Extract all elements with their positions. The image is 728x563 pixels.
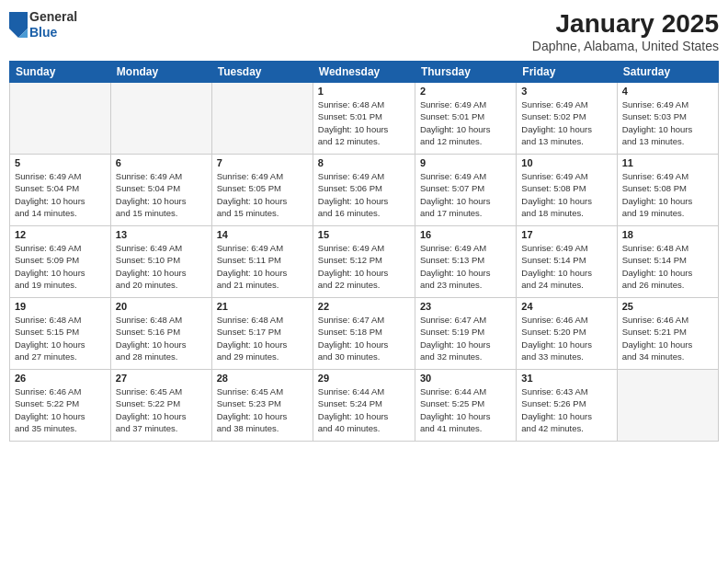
day-info-line: and 30 minutes. <box>318 351 381 362</box>
day-info-line: Sunset: 5:22 PM <box>15 398 79 408</box>
week-row: 19Sunrise: 6:48 AMSunset: 5:15 PMDayligh… <box>10 298 719 370</box>
day-info-line: Sunrise: 6:49 AM <box>318 171 384 181</box>
calendar-cell: 27Sunrise: 6:45 AMSunset: 5:22 PMDayligh… <box>110 370 211 442</box>
day-info-line: Sunrise: 6:49 AM <box>420 171 486 181</box>
day-info-line: and 15 minutes. <box>116 208 178 218</box>
day-info-line: Sunrise: 6:49 AM <box>521 243 587 253</box>
day-info: Sunrise: 6:49 AMSunset: 5:10 PMDaylight:… <box>116 242 207 291</box>
calendar-cell: 21Sunrise: 6:48 AMSunset: 5:17 PMDayligh… <box>211 298 313 370</box>
day-info-line: Sunrise: 6:44 AM <box>318 386 384 396</box>
day-number: 10 <box>521 157 611 168</box>
day-info-line: Sunset: 5:18 PM <box>318 327 382 337</box>
calendar-cell: 2Sunrise: 6:49 AMSunset: 5:01 PMDaylight… <box>415 83 516 155</box>
calendar-cell: 19Sunrise: 6:48 AMSunset: 5:15 PMDayligh… <box>10 298 111 370</box>
day-info-line: Daylight: 10 hours <box>116 339 187 350</box>
day-number: 12 <box>15 229 106 240</box>
day-info-line: Sunset: 5:17 PM <box>217 327 281 337</box>
day-info-line: Daylight: 10 hours <box>318 268 389 278</box>
day-number: 24 <box>521 301 611 312</box>
day-info-line: and 32 minutes. <box>420 351 483 362</box>
day-info-line: Sunrise: 6:49 AM <box>622 171 688 181</box>
day-info-line: and 41 minutes. <box>420 423 483 433</box>
day-info: Sunrise: 6:49 AMSunset: 5:12 PMDaylight:… <box>318 242 410 291</box>
day-info-line: Daylight: 10 hours <box>318 411 389 421</box>
day-info-line: Sunset: 5:14 PM <box>622 255 687 265</box>
day-info-line: and 33 minutes. <box>521 351 584 362</box>
day-info-line: Sunrise: 6:49 AM <box>15 243 81 253</box>
day-info: Sunrise: 6:44 AMSunset: 5:24 PMDaylight:… <box>318 385 410 434</box>
day-info-line: Sunset: 5:19 PM <box>420 327 484 337</box>
day-info-line: Daylight: 10 hours <box>15 196 85 206</box>
day-info-line: Sunrise: 6:49 AM <box>217 243 283 253</box>
day-info-line: and 17 minutes. <box>420 208 483 218</box>
calendar-cell: 20Sunrise: 6:48 AMSunset: 5:16 PMDayligh… <box>110 298 211 370</box>
day-info-line: Sunset: 5:04 PM <box>15 183 79 193</box>
day-number: 2 <box>420 86 511 97</box>
calendar-header-cell: Tuesday <box>211 62 313 83</box>
day-info-line: Daylight: 10 hours <box>116 411 187 421</box>
calendar-cell: 18Sunrise: 6:48 AMSunset: 5:14 PMDayligh… <box>617 226 718 298</box>
calendar-cell: 16Sunrise: 6:49 AMSunset: 5:13 PMDayligh… <box>415 226 516 298</box>
calendar-cell: 31Sunrise: 6:43 AMSunset: 5:26 PMDayligh… <box>517 370 617 442</box>
calendar-cell: 17Sunrise: 6:49 AMSunset: 5:14 PMDayligh… <box>517 226 617 298</box>
day-info-line: Daylight: 10 hours <box>420 411 491 421</box>
day-info-line: Daylight: 10 hours <box>318 196 389 206</box>
day-info: Sunrise: 6:46 AMSunset: 5:22 PMDaylight:… <box>15 385 106 434</box>
day-info-line: Sunset: 5:03 PM <box>622 111 687 121</box>
day-info-line: Daylight: 10 hours <box>15 268 85 278</box>
day-info-line: Sunset: 5:15 PM <box>15 327 79 337</box>
day-number: 11 <box>622 157 713 168</box>
week-row: 12Sunrise: 6:49 AMSunset: 5:09 PMDayligh… <box>10 226 719 298</box>
calendar-cell <box>617 370 718 442</box>
calendar-header-cell: Saturday <box>617 62 718 83</box>
day-number: 18 <box>622 229 713 240</box>
day-info-line: Daylight: 10 hours <box>318 124 389 134</box>
calendar-cell: 7Sunrise: 6:49 AMSunset: 5:05 PMDaylight… <box>211 155 313 226</box>
day-info-line: Daylight: 10 hours <box>217 268 288 278</box>
calendar-cell: 25Sunrise: 6:46 AMSunset: 5:21 PMDayligh… <box>617 298 718 370</box>
day-number: 8 <box>318 157 410 168</box>
day-info: Sunrise: 6:47 AMSunset: 5:18 PMDaylight:… <box>318 314 410 362</box>
day-number: 4 <box>622 86 713 97</box>
day-info: Sunrise: 6:45 AMSunset: 5:23 PMDaylight:… <box>217 385 308 434</box>
day-number: 3 <box>521 86 611 97</box>
title-block: January 2025 Daphne, Alabama, United Sta… <box>532 9 719 53</box>
day-info: Sunrise: 6:48 AMSunset: 5:17 PMDaylight:… <box>217 314 308 362</box>
day-info-line: Sunset: 5:13 PM <box>420 255 484 265</box>
day-info-line: and 15 minutes. <box>217 208 279 218</box>
day-number: 13 <box>116 229 207 240</box>
day-info-line: and 20 minutes. <box>116 280 178 290</box>
day-info-line: and 21 minutes. <box>217 280 279 290</box>
day-info-line: Sunset: 5:14 PM <box>521 255 586 265</box>
calendar-cell <box>110 83 211 155</box>
day-info-line: and 16 minutes. <box>318 208 381 218</box>
day-info-line: Sunset: 5:08 PM <box>521 183 586 193</box>
day-number: 28 <box>217 373 308 384</box>
day-info-line: Sunrise: 6:45 AM <box>116 386 182 396</box>
day-info: Sunrise: 6:48 AMSunset: 5:16 PMDaylight:… <box>116 314 207 362</box>
day-info-line: Sunrise: 6:49 AM <box>217 171 283 181</box>
day-info-line: Sunrise: 6:49 AM <box>521 171 587 181</box>
day-info-line: Sunrise: 6:48 AM <box>622 243 688 253</box>
day-info-line: Sunset: 5:25 PM <box>420 398 484 408</box>
day-number: 30 <box>420 373 511 384</box>
calendar-cell: 14Sunrise: 6:49 AMSunset: 5:11 PMDayligh… <box>211 226 313 298</box>
calendar-cell: 5Sunrise: 6:49 AMSunset: 5:04 PMDaylight… <box>10 155 111 226</box>
calendar-cell: 28Sunrise: 6:45 AMSunset: 5:23 PMDayligh… <box>211 370 313 442</box>
day-info-line: Daylight: 10 hours <box>217 411 288 421</box>
calendar-cell: 11Sunrise: 6:49 AMSunset: 5:08 PMDayligh… <box>617 155 718 226</box>
calendar-header-cell: Friday <box>517 62 617 83</box>
calendar-cell: 3Sunrise: 6:49 AMSunset: 5:02 PMDaylight… <box>517 83 617 155</box>
day-info-line: Sunset: 5:12 PM <box>318 255 382 265</box>
day-info-line: Sunrise: 6:45 AM <box>217 386 283 396</box>
day-number: 20 <box>116 301 207 312</box>
day-info-line: Sunset: 5:11 PM <box>217 255 281 265</box>
logo: General Blue <box>9 9 77 40</box>
calendar-cell <box>211 83 313 155</box>
day-info-line: and 19 minutes. <box>622 208 685 218</box>
day-number: 5 <box>15 157 106 168</box>
day-info-line: and 23 minutes. <box>420 280 483 290</box>
day-info-line: Daylight: 10 hours <box>116 196 187 206</box>
calendar-cell: 29Sunrise: 6:44 AMSunset: 5:24 PMDayligh… <box>313 370 415 442</box>
logo-text: General Blue <box>29 9 77 40</box>
